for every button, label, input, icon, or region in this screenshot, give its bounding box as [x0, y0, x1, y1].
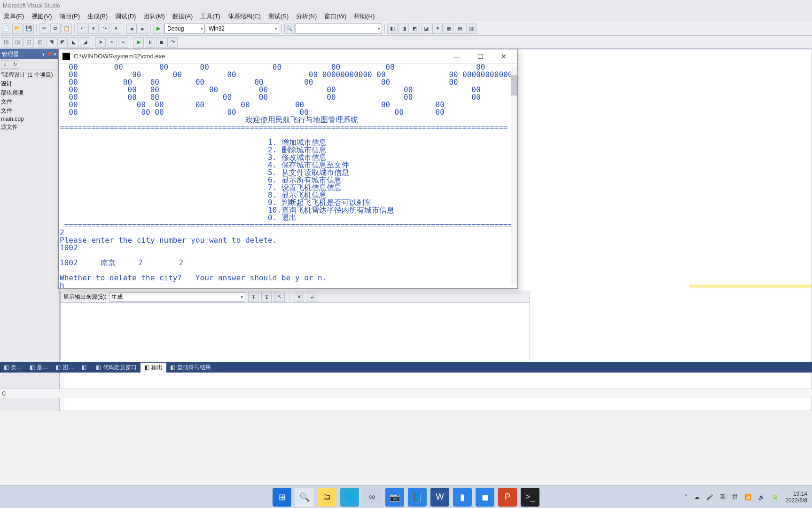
menu-view[interactable]: 视图(V): [28, 12, 55, 21]
solution-tree[interactable]: "课程设计"(1 个项目) 设计 部依赖项 文件 文件 main.cpp 源文件: [0, 70, 59, 133]
db-c-icon[interactable]: ◱: [23, 37, 34, 48]
taskbar-word-icon[interactable]: W: [430, 488, 449, 507]
redo-icon[interactable]: ↷: [100, 24, 110, 34]
menu-file[interactable]: 菜单(E): [0, 12, 28, 21]
tab-findsymbol[interactable]: ◧ 查找符号结果: [166, 363, 215, 373]
db-play-icon[interactable]: ▶: [133, 37, 144, 48]
tb-h-icon[interactable]: ▥: [466, 24, 476, 34]
taskbar-tencent-meeting-icon[interactable]: 📷: [385, 488, 404, 507]
home-icon[interactable]: ⌂: [1, 60, 9, 69]
nav-fwd-icon[interactable]: ►: [138, 24, 148, 34]
tb-g-icon[interactable]: ▤: [455, 24, 465, 34]
start-debug-icon[interactable]: ▶: [153, 24, 164, 34]
db-e-icon[interactable]: ◥: [46, 37, 56, 48]
refresh-icon[interactable]: ↻: [11, 60, 19, 69]
cut-icon[interactable]: ✂: [39, 24, 49, 34]
dock-close-icon[interactable]: ✕: [53, 52, 57, 57]
tray-battery-icon[interactable]: 🔋: [772, 494, 779, 500]
db-f-icon[interactable]: ◤: [57, 37, 68, 48]
db-a-icon[interactable]: ◳: [1, 37, 11, 48]
open-icon[interactable]: 📂: [12, 24, 23, 34]
tab-class[interactable]: ◧ 类…: [0, 363, 26, 373]
tree-node-files2[interactable]: 文件: [0, 106, 59, 115]
tab-codedef[interactable]: ◧ 代码定义窗口: [92, 363, 141, 373]
tb-e-icon[interactable]: ✶: [432, 24, 443, 34]
menu-help[interactable]: 帮助(H): [350, 12, 378, 21]
db-b-icon[interactable]: ◲: [12, 37, 23, 48]
out-wrap-icon[interactable]: ↲: [307, 292, 317, 302]
db-j-icon[interactable]: ➣: [107, 37, 117, 48]
out-clear-icon[interactable]: ✕: [294, 292, 304, 302]
redo-drop-icon[interactable]: ▾: [111, 24, 121, 34]
taskbar-app2-icon[interactable]: ◼: [476, 488, 494, 507]
find-in-files-icon[interactable]: 🔍: [284, 24, 295, 34]
dock-pin-icon[interactable]: 📌: [46, 52, 52, 57]
cmd-scrollbar-thumb[interactable]: [511, 75, 517, 95]
tray-chevron-icon[interactable]: ˄: [685, 494, 687, 500]
tray-clock[interactable]: 19:14 2022/6/8: [785, 491, 807, 504]
undo-drop-icon[interactable]: ▾: [88, 24, 99, 34]
taskbar-edge-icon[interactable]: 🌐: [340, 488, 359, 507]
output-body[interactable]: [60, 303, 530, 360]
taskbar-app1-icon[interactable]: ▮: [453, 488, 472, 507]
taskbar-search-icon[interactable]: 🔍: [295, 488, 314, 507]
db-g-icon[interactable]: ◣: [69, 37, 79, 48]
out-a-icon[interactable]: ↧: [248, 292, 258, 302]
undo-icon[interactable]: ↶: [77, 24, 87, 34]
db-stop-icon[interactable]: ⏹: [156, 37, 166, 48]
save-icon[interactable]: 💾: [23, 24, 34, 34]
menu-analyze[interactable]: 分析(N): [292, 12, 320, 21]
menu-test[interactable]: 测试(S): [265, 12, 292, 21]
tray-ime[interactable]: 英: [720, 493, 726, 501]
tray-volume-icon[interactable]: 🔊: [758, 494, 765, 500]
taskbar-devhome-icon[interactable]: ∞: [363, 488, 382, 507]
tb-a-icon[interactable]: ◧: [387, 24, 398, 34]
menu-window[interactable]: 窗口(W): [320, 12, 350, 21]
tree-node-deps[interactable]: 部依赖项: [0, 88, 59, 97]
tab-d[interactable]: ◧: [78, 363, 92, 372]
menu-architecture[interactable]: 体系结构(C): [224, 12, 265, 21]
tb-c-icon[interactable]: ◩: [410, 24, 420, 34]
menu-team[interactable]: 团队(M): [140, 12, 169, 21]
dock-dropdown-icon[interactable]: ▾: [42, 52, 45, 57]
tree-project[interactable]: 设计: [0, 79, 59, 88]
copy-icon[interactable]: ⧉: [50, 24, 61, 34]
out-c-icon[interactable]: ↸: [274, 292, 285, 302]
paste-icon[interactable]: 📋: [62, 24, 72, 34]
db-d-icon[interactable]: ◰: [35, 37, 45, 48]
tree-node-files1[interactable]: 文件: [0, 97, 59, 106]
menu-project[interactable]: 项目(P): [56, 12, 84, 21]
tree-solution[interactable]: "课程设计"(1 个项目): [0, 71, 59, 79]
tb-f-icon[interactable]: ▦: [444, 24, 454, 34]
taskbar-tencent-docs-icon[interactable]: 📘: [408, 488, 427, 507]
menu-data[interactable]: 数据(A): [169, 12, 196, 21]
tab-team[interactable]: ◧ 团…: [52, 363, 78, 373]
tray-onedrive-icon[interactable]: ☁: [694, 494, 700, 500]
tray-wifi-icon[interactable]: 📶: [744, 494, 751, 500]
db-k-icon[interactable]: ➢: [118, 37, 128, 48]
cmd-scrollbar[interactable]: [511, 67, 517, 284]
nav-back-icon[interactable]: ◄: [126, 24, 137, 34]
config-combo[interactable]: Debug: [164, 24, 205, 34]
tab-output[interactable]: ◧ 输出: [141, 363, 166, 373]
menu-build[interactable]: 生成(B): [84, 12, 111, 21]
tb-d-icon[interactable]: ◪: [421, 24, 431, 34]
cmd-minimize-button[interactable]: —: [447, 50, 467, 63]
tb-b-icon[interactable]: ◨: [398, 24, 409, 34]
db-i-icon[interactable]: ➤: [95, 37, 106, 48]
cmd-maximize-button[interactable]: ☐: [470, 50, 490, 63]
taskbar-powerpoint-icon[interactable]: P: [498, 488, 517, 507]
tree-node-src[interactable]: 源文件: [0, 123, 59, 132]
platform-combo[interactable]: Win32: [206, 24, 279, 34]
cmd-title-bar[interactable]: C:\WINDOWS\system32\cmd.exe — ☐ ✕: [59, 49, 517, 64]
tray-mic-icon[interactable]: 🎤: [706, 494, 713, 500]
tab-b[interactable]: ◧ 是…: [26, 363, 52, 373]
taskbar-cmd-icon[interactable]: >_: [521, 488, 539, 507]
menu-tools[interactable]: 工具(T): [196, 12, 224, 21]
taskbar-explorer-icon[interactable]: 🗂: [318, 488, 336, 507]
taskbar-start-icon[interactable]: ⊞: [273, 488, 291, 507]
output-source-combo[interactable]: 生成: [109, 292, 245, 302]
find-combo[interactable]: [296, 24, 382, 34]
cmd-close-button[interactable]: ✕: [494, 50, 514, 63]
db-step-icon[interactable]: ↷: [167, 37, 178, 48]
